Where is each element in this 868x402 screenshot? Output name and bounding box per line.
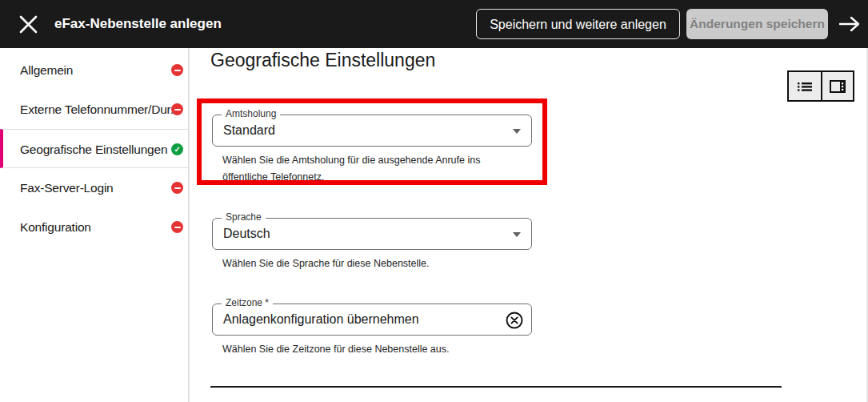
chevron-down-icon[interactable] [513,129,521,134]
save-and-create-button[interactable]: Speichern und weitere anlegen [476,9,680,39]
chevron-down-icon[interactable] [513,232,521,237]
helper-text: Wählen Sie die Sprache für diese Nebenst… [212,255,520,272]
sidebar-item-label: Konfiguration [20,220,91,234]
save-changes-button[interactable]: Änderungen speichern [686,9,828,39]
sidebar-item-geografische-einstellungen[interactable]: Geografische Einstellungen [0,129,188,168]
sidebar-item-label: Geografische Einstellungen [20,143,167,156]
view-toggle-group [787,70,854,102]
sidebar-item-label: Fax-Server-Login [20,181,114,195]
page-title: Geografische Einstellungen [210,50,435,71]
clear-circle-icon[interactable] [505,311,524,330]
helper-text: Wählen Sie die Amtsholung für die ausgeh… [212,152,520,185]
sidebar-item-externe-telefonnummer[interactable]: Externe Telefonnummer/Dur... [0,90,188,129]
list-view-icon[interactable] [789,72,821,100]
field-value: Deutsch [223,219,270,249]
minus-circle-icon [171,64,183,76]
field-value: Anlagenkonfiguration übernehmen [223,304,419,335]
minus-circle-icon [171,182,183,194]
minus-circle-icon [171,103,183,115]
amtsholung-select[interactable]: Amtsholung Standard [212,115,532,147]
main-panel: Geografische Einstellungen [190,48,868,402]
sidebar-item-label: Externe Telefonnummer/Dur... [20,103,180,116]
efax-create-dialog: eFax-Nebenstelle anlegen Speichern und w… [0,0,868,402]
sidebar-item-konfiguration[interactable]: Konfiguration [0,207,188,247]
zeitzone-input[interactable]: Zeitzone * Anlagenkonfiguration übernehm… [212,304,532,336]
step-sidebar: Allgemein Externe Telefonnummer/Dur... G… [0,48,190,402]
arrow-right-icon[interactable] [838,13,862,35]
field-group-sprache: Sprache Deutsch Wählen Sie die Sprache f… [212,218,532,272]
detail-view-icon[interactable] [821,72,853,100]
sprache-select[interactable]: Sprache Deutsch [212,218,532,250]
section-divider [210,386,782,388]
field-group-zeitzone: Zeitzone * Anlagenkonfiguration übernehm… [212,304,532,358]
check-circle-icon [171,143,183,155]
minus-circle-icon [171,221,183,233]
field-group-amtsholung: Amtsholung Standard Wählen Sie die Amtsh… [212,115,532,185]
dialog-header: eFax-Nebenstelle anlegen Speichern und w… [0,0,868,48]
helper-text: Wählen Sie die Zeitzone für diese Nebens… [212,341,520,358]
sidebar-item-allgemein[interactable]: Allgemein [0,50,188,90]
close-icon[interactable] [18,14,39,35]
sidebar-item-label: Allgemein [20,63,73,77]
dialog-title: eFax-Nebenstelle anlegen [54,0,222,48]
sidebar-item-fax-server-login[interactable]: Fax-Server-Login [0,168,188,207]
field-value: Standard [223,115,275,146]
